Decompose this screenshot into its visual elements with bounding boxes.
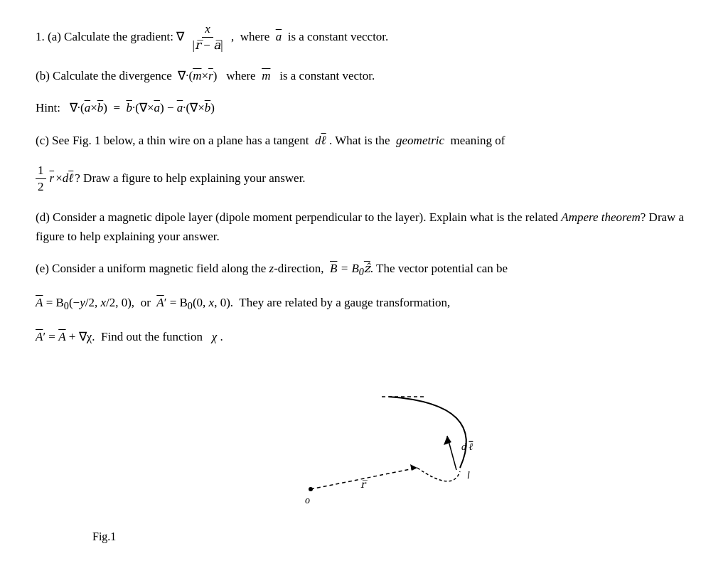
part-e-final-formula: A′ = A + ∇χ. [36, 330, 101, 343]
part-c-r-vec: r [50, 171, 55, 186]
part-a-a-vec: a [276, 30, 282, 43]
bottom-arc-dashed [417, 468, 460, 481]
wire-curve [389, 397, 466, 468]
part-c-meaning: meaning of [447, 134, 505, 147]
problem-part-b: (b) Calculate the divergence ∇·(m×r) whe… [36, 66, 692, 85]
part-e-text1: (e) Consider a uniform magnetic field al… [36, 262, 508, 275]
part-b-label: (b) Calculate the divergence [36, 69, 175, 82]
part-c-cross: ×dℓ [55, 171, 73, 186]
part-e-find: Find out the function [101, 330, 209, 343]
part-a-label: (a) Calculate the gradient: [48, 30, 173, 43]
part-b-formula: ∇·(m×r) [178, 69, 220, 82]
part-a-const: is a constant vecctor. [284, 30, 388, 43]
dl-label: d ℓ [461, 442, 473, 452]
part-c-desc: . What is the [329, 134, 393, 147]
part-c-line2: 1 2 r ×dℓ ? Draw a figure to help explai… [36, 163, 692, 195]
part-e-a-formula: A = B0(−y/2, x/2, 0), [36, 296, 141, 309]
hint-label: Hint: [36, 101, 66, 114]
problem-part-d: (d) Consider a magnetic dipole layer (di… [36, 208, 692, 246]
dl-arrowhead [444, 436, 451, 445]
l-label: l [467, 470, 470, 481]
part-b-const: is a constant vector. [274, 69, 375, 82]
part-b-where: where [220, 69, 259, 82]
figure-diagram: o r̅ d ℓ l [268, 368, 496, 525]
figure-section: o r̅ d ℓ l Fig.1 [71, 368, 692, 543]
problem-part-a: 1. (a) Calculate the gradient: ∇ x |r̅ −… [36, 21, 692, 53]
problem-part-e: (e) Consider a uniform magnetic field al… [36, 259, 692, 280]
hint-formula: ∇·(a×b) = b·(∇×a) − a·(∇×b) [70, 101, 215, 114]
fig-label: Fig.1 [92, 530, 116, 543]
r-arrowhead [410, 464, 417, 471]
part-e-chi: χ [212, 330, 217, 343]
part-c-dl: dℓ [315, 134, 326, 147]
part-b-m: m [262, 69, 270, 82]
part-c-italic: geometric [396, 134, 444, 147]
problem-number: 1. [36, 30, 45, 43]
part-a-where: where [237, 30, 272, 43]
part-e-period: . [220, 330, 223, 343]
part-c-label: (c) See Fig. 1 below, a thin wire on a p… [36, 134, 312, 147]
origin-label: o [305, 495, 310, 506]
gradient-formula: ∇ x |r̅ − a̅| , [176, 30, 237, 43]
hint-line: Hint: ∇·(a×b) = b·(∇×a) − a·(∇×b) [36, 98, 692, 117]
part-e-or: or [141, 296, 154, 309]
part-c-half: 1 2 [36, 163, 48, 195]
part-e-formula: A = B0(−y/2, x/2, 0), or A′ = B0(0, x, 0… [36, 293, 692, 314]
part-e-a-prime: A′ = B0(0, x, 0). [156, 296, 236, 309]
part-e-last: A′ = A + ∇χ. Find out the function χ . [36, 327, 692, 346]
part-d-text: (d) Consider a magnetic dipole layer (di… [36, 210, 684, 243]
problem-container: 1. (a) Calculate the gradient: ∇ x |r̅ −… [36, 21, 692, 543]
r-label: r̅ [360, 479, 368, 490]
part-e-gauge-text: They are related by a gauge transformati… [236, 296, 450, 309]
problem-part-c: (c) See Fig. 1 below, a thin wire on a p… [36, 131, 692, 150]
part-c-question: ? Draw a figure to help explaining your … [75, 171, 305, 186]
